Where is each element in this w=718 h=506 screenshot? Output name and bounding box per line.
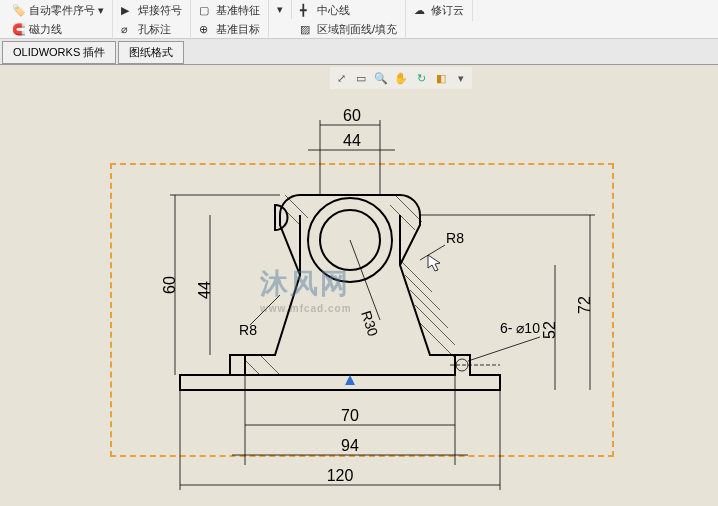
datum-target-button[interactable]: ⊕ 基准目标 — [193, 20, 266, 39]
label: 孔标注 — [138, 22, 171, 37]
dim-left-44: 44 — [196, 281, 213, 299]
drawing-view: 60 44 60 44 R8 R8 R30 6- ⌀10 72 52 70 — [0, 65, 718, 506]
label: 基准目标 — [216, 22, 260, 37]
dim-bot-120: 120 — [327, 467, 354, 484]
centerline-icon: ╋ — [300, 4, 314, 18]
magnetic-line-button[interactable]: 🧲 磁力线 — [6, 20, 110, 39]
revision-cloud-button[interactable]: ☁ 修订云 — [408, 1, 470, 20]
hatch-icon: ▨ — [300, 23, 314, 37]
cursor-icon — [428, 255, 440, 271]
label: 焊接符号 — [138, 3, 182, 18]
svg-line-9 — [405, 275, 440, 310]
cloud-icon: ☁ — [414, 4, 428, 18]
dim-bot-94: 94 — [341, 437, 359, 454]
ribbon-toolbar: 🏷️ 自动零件序号 ▾ 🧲 磁力线 ▶ 焊接符号 ⌀ 孔标注 ▢ 基准特征 ⊕ … — [0, 0, 718, 39]
label: 自动零件序号 — [29, 3, 95, 18]
datum-feature-button[interactable]: ▢ 基准特征 — [193, 1, 266, 20]
dim-right-52: 52 — [541, 321, 558, 339]
tab-sheet-format[interactable]: 图纸格式 — [118, 41, 184, 64]
svg-line-14 — [260, 355, 280, 375]
tab-solidworks-addin[interactable]: OLIDWORKS 插件 — [2, 41, 116, 64]
weld-icon: ▶ — [121, 4, 135, 18]
drawing-canvas[interactable]: ⤢ ▭ 🔍 ✋ ↻ ◧ ▾ — [0, 65, 718, 506]
dim-left-60: 60 — [161, 276, 178, 294]
svg-line-6 — [280, 205, 300, 225]
auto-balloon-button[interactable]: 🏷️ 自动零件序号 ▾ — [6, 1, 110, 20]
label: 修订云 — [431, 3, 464, 18]
hole-icon: ⌀ — [121, 23, 135, 37]
area-hatch-button[interactable]: ▨ 区域剖面线/填充 — [294, 20, 403, 39]
label: 磁力线 — [29, 22, 62, 37]
dim-top-44: 44 — [343, 132, 361, 149]
chevron-down-icon: ▾ — [98, 4, 104, 17]
svg-line-7 — [285, 195, 308, 218]
chevron-down-icon: ▾ — [277, 3, 283, 16]
svg-line-25 — [468, 337, 540, 361]
centerline-button[interactable]: ╋ 中心线 — [294, 1, 403, 20]
dim-right-72: 72 — [576, 296, 593, 314]
svg-line-13 — [245, 360, 260, 375]
datum-icon: ▢ — [199, 4, 213, 18]
weld-symbol-button[interactable]: ▶ 焊接符号 — [115, 1, 188, 20]
dim-r8-right: R8 — [446, 230, 464, 246]
document-tabs: OLIDWORKS 插件 图纸格式 — [0, 39, 718, 65]
dim-r30: R30 — [358, 309, 381, 339]
hole-callout-button[interactable]: ⌀ 孔标注 — [115, 20, 188, 39]
svg-line-4 — [390, 205, 415, 230]
dim-r8-left: R8 — [239, 322, 257, 338]
target-icon: ⊕ — [199, 23, 213, 37]
dim-top-60: 60 — [343, 107, 361, 124]
label: 中心线 — [317, 3, 350, 18]
dropdown-button[interactable]: ▾ — [271, 1, 289, 18]
origin-marker — [345, 375, 355, 385]
svg-line-24 — [350, 240, 380, 320]
magnet-icon: 🧲 — [12, 23, 26, 37]
dim-hole: 6- ⌀10 — [500, 320, 540, 336]
label: 基准特征 — [216, 3, 260, 18]
svg-line-8 — [400, 260, 432, 292]
tag-icon: 🏷️ — [12, 4, 26, 18]
dim-bot-70: 70 — [341, 407, 359, 424]
label: 区域剖面线/填充 — [317, 22, 397, 37]
svg-line-22 — [250, 295, 280, 325]
